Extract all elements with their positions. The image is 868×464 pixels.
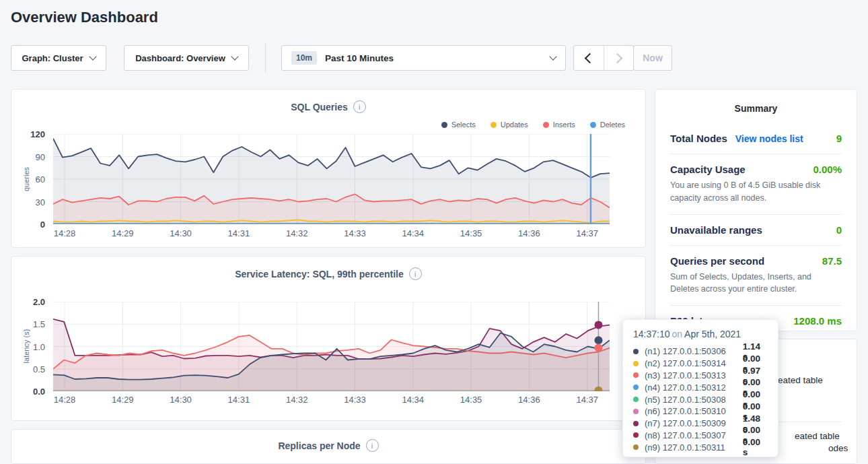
x-tick-label: 14:28	[54, 228, 76, 238]
x-tick-label: 14:35	[460, 395, 482, 405]
node-color-dot	[633, 421, 639, 426]
x-tick-label: 14:37	[576, 395, 598, 405]
capacity-value: 0.00%	[813, 164, 842, 175]
legend-item-selects[interactable]: Selects	[441, 121, 476, 129]
legend-label: Selects	[451, 121, 476, 129]
info-icon[interactable]: i	[353, 100, 366, 113]
y-tick-label: 1.5	[33, 319, 45, 329]
x-tick-label: 14:34	[402, 395, 425, 405]
node-color-dot	[633, 361, 639, 366]
range-badge: 10m	[291, 51, 317, 65]
tooltip-time: 14:37:10	[633, 329, 670, 339]
event-text-fragment: eated table	[795, 431, 840, 441]
x-tick-label: 14:28	[54, 395, 76, 405]
legend-item-deletes[interactable]: Deletes	[590, 121, 625, 129]
node-color-dot	[633, 349, 639, 354]
divider	[776, 422, 842, 422]
legend-dot	[491, 122, 497, 128]
node-latency-value: 0.00 s	[743, 437, 768, 457]
node-address: (n3) 127.0.0.1:50313	[645, 370, 743, 380]
total-nodes-label: Total Nodes	[670, 133, 727, 144]
legend-item-updates[interactable]: Updates	[491, 121, 528, 129]
x-axis: 14:2814:2914:3014:3114:3214:3314:3414:35…	[53, 228, 610, 239]
info-icon[interactable]: i	[366, 439, 379, 452]
x-tick-label: 14:32	[286, 228, 308, 238]
x-tick-label: 14:36	[518, 228, 540, 238]
node-address: (n2) 127.0.0.1:50314	[645, 358, 743, 368]
y-tick-label: 2.0	[33, 297, 45, 307]
prev-button[interactable]	[574, 46, 604, 70]
node-color-dot	[633, 432, 639, 438]
qps-subtext: Sum of Selects, Updates, Inserts, and De…	[670, 271, 842, 296]
sql-queries-card: SQL Queries i SelectsUpdatesInsertsDelet…	[11, 89, 646, 248]
node-color-dot	[633, 385, 639, 390]
chevron-down-icon	[549, 53, 556, 60]
x-tick-label: 14:32	[286, 395, 308, 405]
x-tick-label: 14:33	[344, 395, 366, 405]
legend-dot	[590, 122, 596, 128]
info-icon[interactable]: i	[409, 267, 422, 280]
x-tick-label: 14:37	[576, 228, 598, 238]
chart-title-row: Service Latency: SQL, 99th percentile i	[11, 267, 645, 280]
x-tick-label: 14:30	[170, 395, 192, 405]
node-color-dot	[633, 397, 639, 402]
capacity-label: Capacity Usage	[670, 164, 746, 175]
service-latency-plot[interactable]	[53, 302, 610, 391]
chevron-down-icon	[231, 53, 238, 60]
event-text-fragment: odes	[828, 443, 848, 453]
graph-dropdown[interactable]: Graph: Cluster	[11, 45, 106, 71]
summary-total-nodes: Total Nodes View nodes list 9	[670, 123, 842, 154]
time-range-dropdown[interactable]: 10m Past 10 Minutes	[281, 45, 566, 71]
summary-card: Summary Total Nodes View nodes list 9 Ca…	[655, 89, 857, 331]
next-button[interactable]	[604, 46, 634, 70]
summary-body: Total Nodes View nodes list 9 Capacity U…	[655, 123, 857, 336]
node-color-dot	[633, 372, 639, 378]
y-tick-label: 0	[40, 220, 45, 230]
summary-unavailable: Unavailable ranges 0	[670, 214, 842, 245]
node-color-dot	[633, 409, 639, 414]
node-address: (n8) 127.0.0.1:50307	[645, 430, 743, 440]
y-tick-label: 0.5	[33, 364, 45, 374]
sql-queries-plot[interactable]	[53, 134, 610, 224]
time-step-buttons	[573, 45, 634, 71]
x-tick-label: 14:30	[170, 228, 192, 238]
tooltip-on: on	[672, 329, 683, 339]
event-text-fragment: eated table	[778, 375, 823, 385]
chevron-left-icon	[585, 53, 595, 63]
legend-label: Updates	[501, 121, 528, 129]
legend-label: Inserts	[553, 121, 575, 129]
view-nodes-list-link[interactable]: View nodes list	[735, 133, 803, 144]
tooltip-timestamp: 14:37:10onApr 5th, 2021	[633, 329, 768, 339]
qps-label: Queries per second	[670, 255, 764, 267]
qps-value: 87.5	[822, 255, 842, 267]
summary-capacity: Capacity Usage 0.00% You are using 0 B o…	[670, 154, 842, 214]
service-latency-card: Service Latency: SQL, 99th percentile i …	[11, 256, 646, 421]
y-axis: 0.00.51.01.52.0	[11, 302, 49, 391]
node-color-dot	[633, 444, 639, 450]
tooltip-node-row: (n9) 127.0.0.1:503110.00 s	[633, 441, 768, 453]
y-tick-label: 30	[36, 197, 45, 207]
legend-dot	[543, 122, 549, 128]
page-title: Overview Dashboard	[11, 9, 158, 26]
legend-item-inserts[interactable]: Inserts	[543, 121, 575, 129]
node-address: (n9) 127.0.0.1:50311	[645, 442, 743, 453]
y-tick-label: 1.0	[33, 341, 45, 352]
x-tick-label: 14:33	[344, 228, 366, 238]
chart-legend: SelectsUpdatesInsertsDeletes	[441, 121, 625, 129]
node-address: (n4) 127.0.0.1:50312	[645, 383, 743, 393]
chevron-right-icon	[612, 53, 622, 63]
divider	[265, 43, 266, 73]
y-tick-label: 60	[36, 174, 45, 185]
chart-hover-tooltip: 14:37:10onApr 5th, 2021 (n1) 127.0.0.1:5…	[622, 319, 779, 457]
now-button[interactable]: Now	[633, 45, 672, 71]
x-tick-label: 14:29	[112, 395, 134, 405]
dashboard-dropdown[interactable]: Dashboard: Overview	[124, 45, 249, 71]
x-tick-label: 14:31	[228, 395, 250, 405]
node-address: (n1) 127.0.0.1:50306	[645, 346, 743, 356]
capacity-subtext: You are using 0 B of 4.5 GiB usable disk…	[670, 179, 842, 205]
summary-title: Summary	[655, 90, 857, 114]
chart-title: Replicas per Node	[278, 440, 360, 451]
y-tick-label: 90	[36, 152, 45, 162]
x-tick-label: 14:29	[112, 228, 134, 238]
unavailable-ranges-label: Unavailable ranges	[670, 224, 762, 236]
